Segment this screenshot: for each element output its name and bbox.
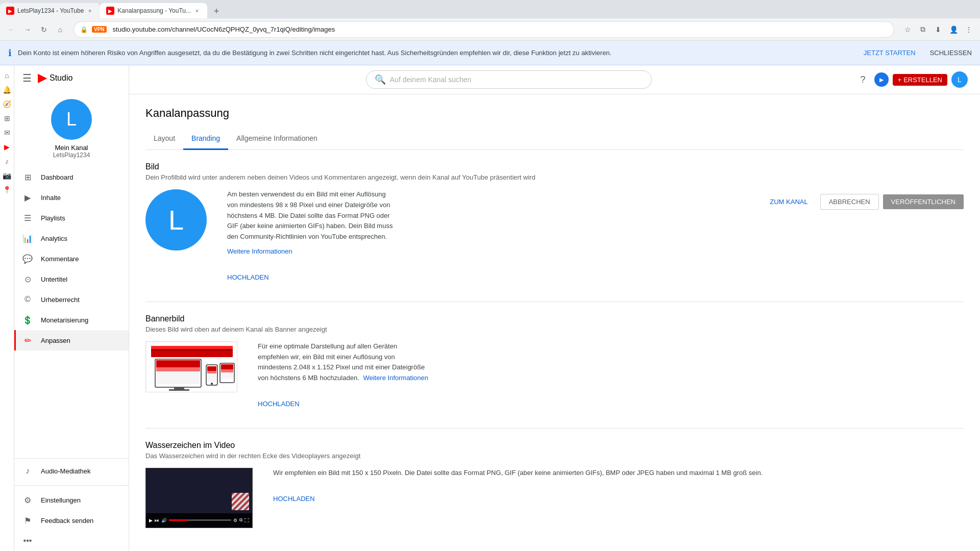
audio-label: Audio-Mediathek bbox=[41, 467, 91, 475]
svg-rect-7 bbox=[156, 367, 200, 371]
kommentare-icon: 💬 bbox=[22, 254, 33, 264]
alert-info-icon: ℹ bbox=[8, 47, 12, 59]
sidebar-item-monetarisierung[interactable]: 💲 Monetarisierung bbox=[14, 310, 129, 330]
tab2-close[interactable]: × bbox=[193, 7, 201, 15]
address-bar[interactable]: 🔒 VPN studio.youtube.com/channel/UCocN6z… bbox=[74, 21, 894, 38]
sidebar-icon-studio[interactable]: ▶ bbox=[1, 141, 13, 153]
alert-banner: ℹ Dein Konto ist einem höheren Risiko vo… bbox=[0, 41, 980, 65]
tab-allgemein[interactable]: Allgemeine Informationen bbox=[228, 128, 326, 150]
tab-layout[interactable]: Layout bbox=[145, 128, 183, 150]
wasserzeichen-preview: ▶ ⏭ 🔊 ⚙ ⧉ ⛶ bbox=[145, 468, 253, 528]
volume-icon[interactable]: 🔊 bbox=[161, 518, 167, 523]
skip-icon[interactable]: ⏭ bbox=[155, 518, 159, 523]
sidebar-item-playlists[interactable]: ☰ Playlists bbox=[14, 208, 129, 228]
studio-logo[interactable]: ▶ Studio bbox=[38, 71, 72, 85]
home-button[interactable]: ⌂ bbox=[53, 22, 67, 37]
sidebar-item-analytics[interactable]: 📊 Analytics bbox=[14, 228, 129, 248]
sidebar-item-untertitel[interactable]: ⊙ Untertitel bbox=[14, 269, 129, 289]
settings-icon[interactable]: ⋮ bbox=[962, 22, 976, 37]
sidebar-item-einstellungen[interactable]: ⚙ Einstellungen bbox=[14, 490, 129, 510]
bild-preview: L bbox=[145, 189, 207, 251]
tab-branding[interactable]: Branding bbox=[183, 128, 228, 150]
sidebar-item-kommentare[interactable]: 💬 Kommentare bbox=[14, 248, 129, 269]
sidebar-header: ☰ ▶ Studio bbox=[14, 65, 129, 91]
miniplayer-icon[interactable]: ⧉ bbox=[239, 517, 242, 523]
forward-button[interactable]: → bbox=[20, 22, 35, 37]
back-button[interactable]: ← bbox=[4, 22, 18, 37]
sidebar-item-anpassen[interactable]: ✏ Anpassen bbox=[14, 330, 129, 350]
channel-avatar[interactable]: L bbox=[51, 99, 92, 140]
video-area bbox=[146, 468, 252, 513]
new-tab-button[interactable]: + bbox=[209, 4, 224, 18]
zum-kanal-button[interactable]: ZUM KANAL bbox=[762, 194, 816, 210]
sidebar-icon-location[interactable]: 📍 bbox=[1, 184, 13, 196]
sidebar-item-urheberrecht[interactable]: © Urheberrecht bbox=[14, 289, 129, 310]
bannerbild-upload-button[interactable]: HOCHLADEN bbox=[258, 400, 300, 408]
sidebar-icon-home[interactable]: ⌂ bbox=[1, 69, 13, 82]
download-icon[interactable]: ⬇ bbox=[931, 22, 945, 37]
tab-1[interactable]: ▶ LetsPlay1234 - YouTube × bbox=[0, 3, 100, 18]
extensions-icon[interactable]: ⧉ bbox=[916, 22, 930, 37]
abbrechen-button[interactable]: ABBRECHEN bbox=[820, 194, 879, 210]
icon-sidebar: ⌂ 🔔 🧭 ⊞ ✉ ▶ ♪ 📷 📍 bbox=[0, 65, 14, 551]
settings-video-icon[interactable]: ⚙ bbox=[233, 518, 237, 523]
create-button[interactable]: ▶ bbox=[874, 72, 889, 87]
browser-toolbar: ← → ↻ ⌂ 🔒 VPN studio.youtube.com/channel… bbox=[0, 18, 980, 41]
urheberrecht-label: Urheberrecht bbox=[41, 296, 80, 304]
anpassen-label: Anpassen bbox=[41, 337, 70, 344]
search-bar[interactable]: 🔍 bbox=[366, 70, 652, 89]
play-icon[interactable]: ▶ bbox=[149, 518, 153, 523]
sidebar-item-feedback[interactable]: ⚑ Feedback senden bbox=[14, 510, 129, 531]
top-bar: 🔍 ? ▶ + ERSTELLEN L bbox=[129, 65, 980, 94]
tab1-close[interactable]: × bbox=[86, 7, 94, 15]
alert-close-button[interactable]: SCHLIESSEN bbox=[930, 49, 972, 57]
bild-more-info-link[interactable]: Weitere Informationen bbox=[227, 246, 292, 257]
erstellen-label: ERSTELLEN bbox=[903, 76, 942, 84]
main-sidebar: ☰ ▶ Studio L Mein Kanal LetsPlay1234 ⊞ D… bbox=[14, 65, 129, 551]
sidebar-icon-compass[interactable]: 🧭 bbox=[1, 98, 13, 110]
veroeffentlichen-button[interactable]: VERÖFFENTLICHEN bbox=[883, 194, 964, 209]
refresh-button[interactable]: ↻ bbox=[37, 22, 51, 37]
bild-upload-button[interactable]: HOCHLADEN bbox=[227, 273, 269, 281]
analytics-label: Analytics bbox=[41, 235, 67, 242]
erstellen-button[interactable]: + ERSTELLEN bbox=[893, 74, 947, 86]
inhalte-label: Inhalte bbox=[41, 194, 61, 202]
sidebar-item-more[interactable]: ••• bbox=[14, 531, 129, 551]
sidebar-icon-messages[interactable]: ✉ bbox=[1, 127, 13, 139]
progress-bar[interactable] bbox=[169, 519, 231, 521]
sidebar-item-inhalte[interactable]: ▶ Inhalte bbox=[14, 187, 129, 208]
bannerbild-section: Bannerbild Dieses Bild wird oben auf dei… bbox=[145, 314, 964, 408]
svg-rect-8 bbox=[174, 387, 184, 389]
sidebar-icon-music[interactable]: ♪ bbox=[1, 155, 13, 167]
studio-label: Studio bbox=[50, 73, 72, 83]
watermark-player-preview: ▶ ⏭ 🔊 ⚙ ⧉ ⛶ bbox=[145, 468, 253, 528]
sidebar-item-dashboard[interactable]: ⊞ Dashboard bbox=[14, 167, 129, 187]
sidebar-item-audio[interactable]: ♪ Audio-Mediathek bbox=[14, 461, 129, 481]
main-content: 🔍 ? ▶ + ERSTELLEN L Kanalanpassung bbox=[129, 65, 980, 551]
video-controls: ▶ ⏭ 🔊 ⚙ ⧉ ⛶ bbox=[146, 513, 252, 528]
wasserzeichen-upload-button[interactable]: HOCHLADEN bbox=[273, 495, 315, 503]
account-icon[interactable]: 👤 bbox=[946, 22, 961, 37]
user-avatar-button[interactable]: L bbox=[951, 71, 968, 88]
page-header: Kanalanpassung Layout Branding Allgemein… bbox=[129, 94, 980, 150]
sidebar-icon-social[interactable]: 📷 bbox=[1, 169, 13, 182]
monetarisierung-label: Monetarisierung bbox=[41, 316, 88, 324]
sidebar-bottom: ♪ Audio-Mediathek ⚙ Einstellungen ⚑ Feed… bbox=[14, 458, 129, 551]
sidebar-icon-bell[interactable]: 🔔 bbox=[1, 84, 13, 96]
hamburger-menu[interactable]: ☰ bbox=[22, 72, 32, 84]
channel-name: Mein Kanal bbox=[55, 144, 88, 152]
svg-rect-9 bbox=[169, 389, 189, 391]
bannerbild-more-info-link[interactable]: Weitere Informationen bbox=[363, 374, 428, 382]
tabs-bar: Layout Branding Allgemeine Informationen bbox=[145, 128, 964, 150]
sidebar-icon-apps[interactable]: ⊞ bbox=[1, 112, 13, 124]
fullscreen-icon[interactable]: ⛶ bbox=[244, 518, 249, 523]
wasserzeichen-info-text: Wir empfehlen ein Bild mit 150 x 150 Pix… bbox=[273, 468, 964, 479]
search-input[interactable] bbox=[390, 76, 643, 84]
bookmark-icon[interactable]: ☆ bbox=[900, 22, 915, 37]
svg-rect-18 bbox=[221, 369, 233, 372]
more-icon: ••• bbox=[22, 536, 33, 546]
tab-2[interactable]: ▶ Kanalanpassung - YouTu... × bbox=[100, 3, 207, 18]
alert-action-button[interactable]: JETZT STARTEN bbox=[864, 49, 916, 57]
help-icon[interactable]: ? bbox=[856, 72, 870, 87]
channel-profile: L Mein Kanal LetsPlay1234 bbox=[14, 91, 129, 167]
